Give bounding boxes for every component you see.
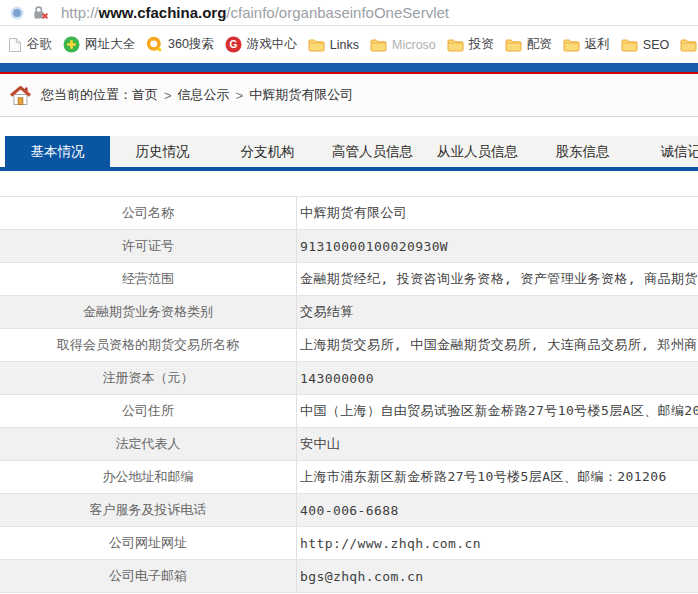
bookmark-360搜索[interactable]: 360搜索 (146, 36, 214, 53)
home-icon (9, 85, 32, 106)
url-domain: www.cfachina.org (99, 4, 227, 21)
breadcrumb-current: 中辉期货有限公司 (249, 86, 353, 104)
folder-icon (308, 38, 325, 52)
field-value: 上海市浦东新区新金桥路27号10号楼5层A区、邮编：201206 (297, 461, 698, 493)
table-row: 公司电子邮箱 bgs@zhqh.com.cn (0, 560, 698, 593)
tab-从业人员信息[interactable]: 从业人员信息 (425, 136, 530, 167)
company-info-table: 公司名称 中辉期货有限公司 许可证号 91310000100020930W 经营… (0, 196, 698, 593)
url-scheme: http:// (61, 4, 99, 21)
orange-ring-icon (146, 36, 163, 53)
bookmark-配资[interactable]: 配资 (505, 36, 552, 53)
field-label: 经营范围 (0, 263, 297, 295)
tab-高管人员信息[interactable]: 高管人员信息 (320, 136, 425, 167)
field-label: 法定代表人 (0, 428, 297, 460)
green-circle-icon (63, 36, 80, 53)
tab-诚信记录[interactable]: 诚信记录 (635, 136, 698, 167)
bookmark-物流[interactable]: 物流 (680, 36, 698, 53)
folder-icon (621, 38, 638, 52)
table-row: 公司住所 中国（上海）自由贸易试验区新金桥路27号10号楼5层A区、邮编2012… (0, 395, 698, 428)
reader-mode-icon[interactable] (10, 6, 24, 20)
tab-分支机构[interactable]: 分支机构 (215, 136, 320, 167)
folder-icon (680, 38, 697, 52)
field-value: 金融期货经纪, 投资咨询业务资格, 资产管理业务资格, 商品期货经纪 (297, 263, 698, 295)
breadcrumb-home-link[interactable]: 首页 (132, 86, 158, 104)
url-path: /cfainfo/organbaseinfoOneServlet (226, 4, 449, 21)
tab-股东信息[interactable]: 股东信息 (530, 136, 635, 167)
site-header-blue-bar (0, 63, 698, 72)
field-label: 公司名称 (0, 197, 297, 229)
bookmark-Microso[interactable]: Microso (370, 38, 436, 52)
section-tabs: 基本情况 历史情况 分支机构 高管人员信息 从业人员信息 股东信息 诚信记录 (0, 136, 698, 167)
breadcrumb: 您当前的位置： 首页 > 信息公示 > 中辉期货有限公司 (0, 74, 698, 117)
field-value: 交易结算 (297, 296, 698, 328)
spacer (0, 117, 698, 136)
bookmark-Links[interactable]: Links (308, 38, 359, 52)
field-value: 安中山 (297, 428, 698, 460)
bookmark-网址大全[interactable]: 网址大全 (63, 36, 135, 53)
field-value: 中国（上海）自由贸易试验区新金桥路27号10号楼5层A区、邮编201206 (297, 395, 698, 427)
field-label: 金融期货业务资格类别 (0, 296, 297, 328)
field-value: 中辉期货有限公司 (297, 197, 698, 229)
breadcrumb-separator: > (236, 88, 244, 103)
bookmark-投资[interactable]: 投资 (447, 36, 494, 53)
field-label: 注册资本（元） (0, 362, 297, 394)
insecure-lock-icon[interactable] (32, 5, 49, 20)
bookmark-游戏中心[interactable]: G 游戏中心 (225, 36, 297, 53)
spacer (0, 171, 698, 196)
field-label: 取得会员资格的期货交易所名称 (0, 329, 297, 361)
table-row: 法定代表人 安中山 (0, 428, 698, 461)
table-row: 公司网址网址 http://www.zhqh.com.cn (0, 527, 698, 560)
bookmarks-bar: 谷歌 网址大全 360搜索 G 游戏中心 Links Microso 投资 (0, 26, 698, 63)
field-value: bgs@zhqh.com.cn (297, 560, 698, 592)
field-value: 上海期货交易所, 中国金融期货交易所, 大连商品交易所, 郑州商品交易所 (297, 329, 698, 361)
browser-address-bar[interactable]: http://www.cfachina.org/cfainfo/organbas… (0, 0, 698, 26)
field-label: 客户服务及投诉电话 (0, 494, 297, 526)
red-game-icon: G (225, 36, 242, 53)
table-row: 许可证号 91310000100020930W (0, 230, 698, 263)
field-label: 公司网址网址 (0, 527, 297, 559)
field-value: 143000000 (297, 362, 698, 394)
tab-基本情况[interactable]: 基本情况 (5, 136, 110, 167)
bookmark-SEO[interactable]: SEO (621, 38, 669, 52)
table-row: 注册资本（元） 143000000 (0, 362, 698, 395)
field-label: 公司电子邮箱 (0, 560, 297, 592)
folder-icon (370, 38, 387, 52)
tab-历史情况[interactable]: 历史情况 (110, 136, 215, 167)
field-value: 400-006-6688 (297, 494, 698, 526)
table-row: 取得会员资格的期货交易所名称 上海期货交易所, 中国金融期货交易所, 大连商品交… (0, 329, 698, 362)
address-url[interactable]: http://www.cfachina.org/cfainfo/organbas… (61, 4, 449, 21)
table-row: 经营范围 金融期货经纪, 投资咨询业务资格, 资产管理业务资格, 商品期货经纪 (0, 263, 698, 296)
table-row: 金融期货业务资格类别 交易结算 (0, 296, 698, 329)
bookmark-返利[interactable]: 返利 (563, 36, 610, 53)
folder-icon (563, 38, 580, 52)
folder-icon (447, 38, 464, 52)
table-row: 客户服务及投诉电话 400-006-6688 (0, 494, 698, 527)
field-label: 办公地址和邮编 (0, 461, 297, 493)
folder-icon (505, 38, 522, 52)
page-icon (8, 37, 22, 53)
breadcrumb-info-link[interactable]: 信息公示 (178, 86, 230, 104)
breadcrumb-separator: > (164, 88, 172, 103)
field-value: 91310000100020930W (297, 230, 698, 262)
bookmark-谷歌[interactable]: 谷歌 (8, 36, 52, 53)
table-row: 办公地址和邮编 上海市浦东新区新金桥路27号10号楼5层A区、邮编：201206 (0, 461, 698, 494)
table-row: 公司名称 中辉期货有限公司 (0, 197, 698, 230)
field-label: 许可证号 (0, 230, 297, 262)
field-label: 公司住所 (0, 395, 297, 427)
svg-text:G: G (229, 39, 237, 50)
breadcrumb-prefix: 您当前的位置： (41, 86, 132, 104)
field-value: http://www.zhqh.com.cn (297, 527, 698, 559)
